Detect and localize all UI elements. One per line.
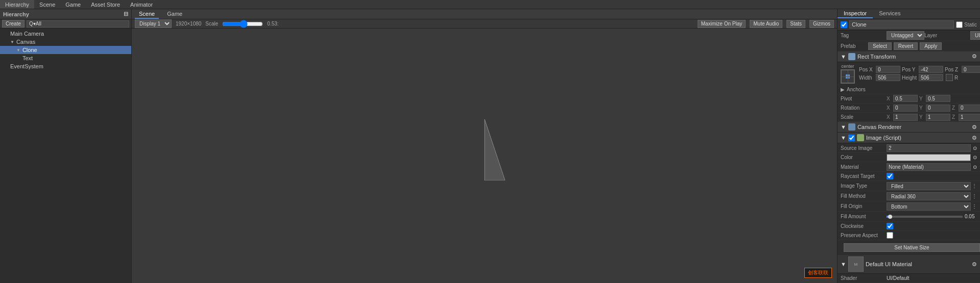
color-pick-icon[interactable]: ⊙ [973,155,977,160]
inspector-panel: Inspector Services Static Tag Untagged L… [837,9,980,283]
static-checkbox[interactable] [956,21,963,28]
color-preview[interactable] [887,154,971,161]
scene-tab-scene[interactable]: Scene [135,10,159,19]
inspector-object-header: Static [838,19,980,31]
inspector-tab-inspector[interactable]: Inspector [838,9,873,18]
scale-z-label: Z [952,114,957,120]
set-native-container: Set Native Size [838,240,980,255]
r-label: R [954,75,958,81]
inspector-tab-services[interactable]: Services [873,9,906,18]
scene-canvas[interactable]: New Text 创客联联 [132,29,837,283]
width-field[interactable] [876,74,900,81]
source-image-pick-icon[interactable]: ⊙ [973,145,977,151]
clockwise-checkbox[interactable] [887,223,893,229]
apply-button[interactable]: Apply [920,42,942,50]
rt-expand-icon: ▼ [841,54,846,60]
set-native-button[interactable]: Set Native Size [844,243,980,252]
posx-label: Pos X [859,67,874,72]
display-select[interactable]: Display 1 [135,19,172,28]
posy-field[interactable] [919,66,943,73]
pivot-row: Pivot X Y [838,94,980,104]
scale-x-label: X [887,114,892,120]
prefab-row: Prefab Select Revert Apply [838,41,980,52]
menu-game[interactable]: Game [60,0,86,9]
rt-title: Rect Transform [857,54,896,60]
fill-method-row: Fill Method Radial 360 ⋮ [838,191,980,201]
maximize-btn[interactable]: Maximize On Play [698,20,746,28]
is-settings-icon[interactable]: ⚙ [972,135,977,141]
pivot-y-field[interactable] [926,95,950,102]
hierarchy-item-eventsystem[interactable]: EventSystem [0,62,131,70]
rot-x-field[interactable] [893,105,918,112]
hierarchy-item-canvas[interactable]: ▼ Canvas [0,38,131,46]
select-button[interactable]: Select [868,42,892,50]
menu-animator[interactable]: Animator [125,0,158,9]
rot-z-label: Z [952,105,957,111]
fill-amount-thumb[interactable] [888,215,892,219]
menu-scene[interactable]: Scene [34,0,60,9]
constrain-icon[interactable] [946,74,953,81]
source-image-value: 2 [887,144,971,152]
pivot-x-field[interactable] [893,95,918,102]
mute-btn[interactable]: Mute Audio [750,20,782,28]
hierarchy-item-text[interactable]: Text [0,54,131,62]
pivot-x-label: X [887,96,892,101]
rot-y-label: Y [919,105,924,111]
image-type-row: Image Type Filled ⋮ [838,181,980,191]
pivot-fields: X Y [887,95,977,102]
posz-field[interactable] [962,66,980,73]
material-expand-icon[interactable]: ▼ [841,261,846,267]
material-settings-icon[interactable]: ⚙ [972,261,977,268]
pivot-label: Pivot [841,96,887,101]
hierarchy-item-clone[interactable]: ▼ Clone [0,46,131,54]
object-active-checkbox[interactable] [841,21,847,28]
revert-button[interactable]: Revert [894,42,918,50]
fill-origin-more-icon[interactable]: ⋮ [972,203,977,209]
create-button[interactable]: Create [2,20,25,28]
image-script-active[interactable] [848,135,855,141]
material-pick-icon[interactable]: ⊙ [973,164,977,170]
object-name-field[interactable] [849,20,954,29]
rot-y-field[interactable] [926,105,950,112]
image-script-header[interactable]: ▼ Image (Script) ⚙ [838,133,980,143]
posx-field[interactable] [876,66,900,73]
canvas-label: Canvas [16,39,35,45]
hierarchy-search[interactable] [27,20,129,28]
tag-label: Tag [841,33,887,38]
canvas-renderer-header[interactable]: ▼ Canvas Renderer ⚙ [838,122,980,133]
rot-z-field[interactable] [959,105,980,112]
menu-hierarchy[interactable]: Hierarchy [0,0,34,9]
gizmos-btn[interactable]: Gizmos [809,20,834,28]
scene-tab-game[interactable]: Game [163,10,186,19]
menu-assetstore[interactable]: Asset Store [86,0,125,9]
rotation-fields: X Y Z [887,105,980,112]
fill-origin-select[interactable]: Bottom [887,202,971,211]
raycast-checkbox[interactable] [887,173,893,179]
fill-method-more-icon[interactable]: ⋮ [972,193,977,199]
anchor-selector[interactable]: center [841,64,855,84]
hierarchy-item-camera[interactable]: Main Camera [0,30,131,38]
scale-slider[interactable] [222,20,263,28]
rect-transform-header[interactable]: ▼ Rect Transform ⚙ [838,52,980,62]
height-field[interactable] [919,74,943,81]
scene-controls: Display 1 1920×1080 Scale 0.53: Maximize… [132,19,837,29]
tag-select[interactable]: Untagged [887,31,924,40]
is-title: Image (Script) [866,135,901,141]
cr-settings-icon[interactable]: ⚙ [972,124,977,131]
stats-btn[interactable]: Stats [786,20,805,28]
preserve-checkbox[interactable] [887,232,893,239]
scale-z-field[interactable] [959,114,980,121]
fill-method-select[interactable]: Radial 360 [887,192,971,200]
expand-anchors-icon[interactable]: ▶ [841,87,845,92]
inspector-tabs: Inspector Services [838,9,980,19]
layer-label: Layer [924,33,970,38]
main-area: Hierarchy ⊟ Create Main Camera ▼ Canvas … [0,9,980,283]
image-type-select[interactable]: Filled [887,182,971,190]
layer-select[interactable]: UI [970,31,980,40]
image-type-more-icon[interactable]: ⋮ [972,183,977,189]
height-label: Height [902,75,917,81]
rt-settings-icon[interactable]: ⚙ [972,53,977,60]
source-image-field-group: 2 ⊙ [887,144,977,152]
scale-x-field[interactable] [893,114,918,121]
scale-y-field[interactable] [926,114,950,121]
